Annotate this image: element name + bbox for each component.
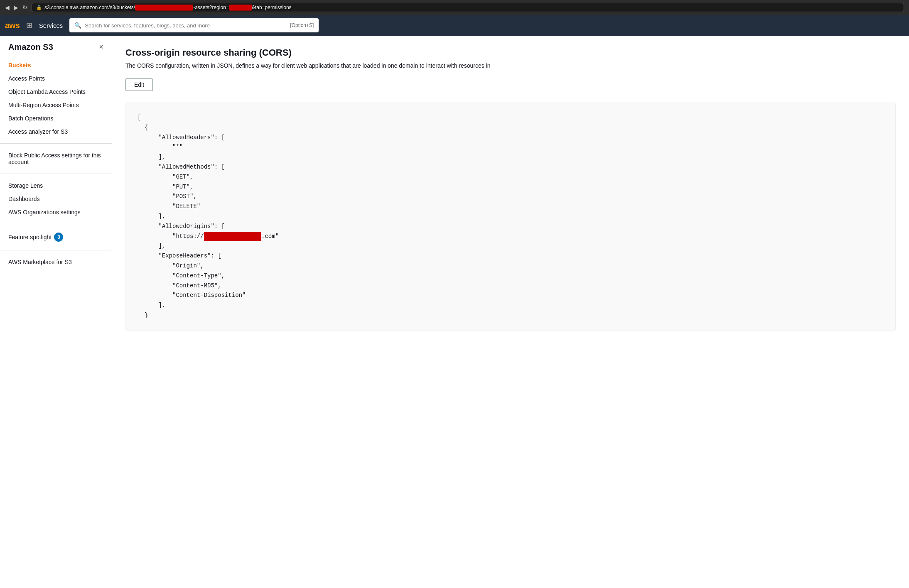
code-redacted-origin: ████████████████	[204, 232, 261, 242]
content-panel: Cross-origin resource sharing (CORS) The…	[112, 36, 909, 588]
sidebar-divider-4	[0, 250, 112, 250]
search-shortcut: [Option+S]	[290, 22, 314, 28]
sidebar-item-access-analyzer[interactable]: Access analyzer for S3	[0, 125, 112, 138]
edit-button[interactable]: Edit	[125, 78, 153, 91]
sidebar-item-buckets[interactable]: Buckets	[0, 59, 112, 72]
close-sidebar-button[interactable]: ×	[99, 43, 103, 51]
sidebar-divider-3	[0, 224, 112, 224]
forward-button[interactable]: ▶	[14, 4, 18, 11]
sidebar-title: Amazon S3	[8, 42, 53, 52]
services-button[interactable]: Services	[39, 22, 63, 29]
sidebar-header: Amazon S3 ×	[0, 42, 112, 59]
search-icon: 🔍	[74, 22, 81, 29]
sidebar-item-multi-region[interactable]: Multi-Region Access Points	[0, 98, 112, 112]
cors-code-block: [ { "AllowedHeaders": [ "*" ], "AllowedM…	[125, 103, 896, 331]
sidebar-feature-spotlight[interactable]: Feature spotlight 3	[0, 229, 112, 245]
url-redacted-bucket: ████████████████	[135, 5, 193, 10]
sidebar-item-dashboards[interactable]: Dashboards	[0, 192, 112, 206]
sidebar-divider-2	[0, 174, 112, 174]
back-button[interactable]: ◀	[5, 4, 10, 11]
sidebar-nav: Buckets Access Points Object Lambda Acce…	[0, 59, 112, 269]
url-text: s3.console.aws.amazon.com/s3/buckets/███…	[44, 5, 292, 10]
sidebar-item-block-public-access[interactable]: Block Public Access settings for this ac…	[0, 149, 112, 169]
lock-icon: 🔒	[36, 5, 42, 10]
cors-description: The CORS configuration, written in JSON,…	[125, 61, 896, 70]
sidebar-item-batch-operations[interactable]: Batch Operations	[0, 112, 112, 125]
grid-icon[interactable]: ⊞	[26, 21, 32, 30]
sidebar-storage-lens-header: Storage Lens	[0, 179, 112, 192]
sidebar-item-access-points[interactable]: Access Points	[0, 72, 112, 85]
reload-button[interactable]: ↻	[22, 4, 27, 11]
aws-logo: aws	[5, 21, 20, 30]
cors-title: Cross-origin resource sharing (CORS)	[125, 47, 896, 58]
app-layout: Amazon S3 × Buckets Access Points Object…	[0, 36, 909, 588]
aws-topnav: aws ⊞ Services 🔍 [Option+S]	[0, 15, 909, 36]
sidebar-item-object-lambda[interactable]: Object Lambda Access Points	[0, 85, 112, 98]
search-input[interactable]	[85, 22, 287, 29]
sidebar: Amazon S3 × Buckets Access Points Object…	[0, 36, 112, 588]
sidebar-item-aws-org-settings[interactable]: AWS Organizations settings	[0, 206, 112, 219]
feature-spotlight-badge: 3	[54, 233, 63, 242]
url-redacted-region: ██████	[229, 5, 252, 10]
url-bar[interactable]: 🔒 s3.console.aws.amazon.com/s3/buckets/█…	[32, 3, 904, 12]
sidebar-item-aws-marketplace[interactable]: AWS Marketplace for S3	[0, 255, 112, 269]
search-bar[interactable]: 🔍 [Option+S]	[69, 18, 319, 32]
sidebar-divider-1	[0, 143, 112, 144]
browser-bar: ◀ ▶ ↻ 🔒 s3.console.aws.amazon.com/s3/buc…	[0, 0, 909, 15]
main-content: Cross-origin resource sharing (CORS) The…	[112, 36, 909, 588]
